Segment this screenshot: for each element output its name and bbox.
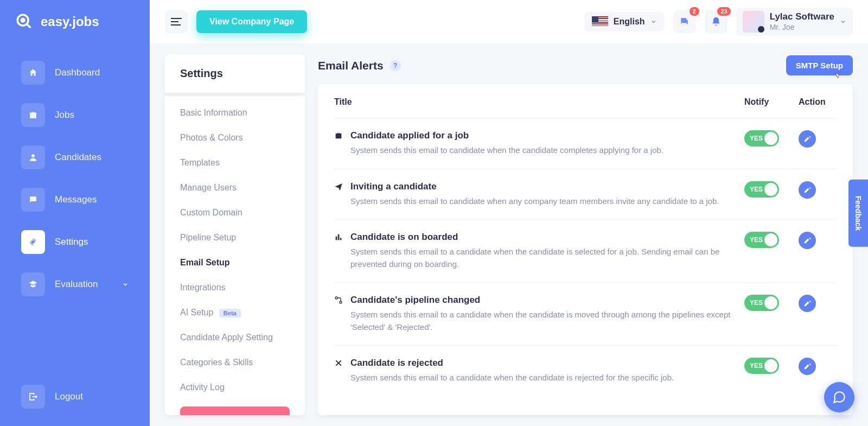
content-area: Settings Basic Information Photos & Colo… xyxy=(150,43,868,426)
chevron-down-icon xyxy=(650,18,657,25)
pencil-icon xyxy=(803,363,811,370)
logo[interactable]: easy.jobs xyxy=(14,11,136,33)
settings-item-ai-setup[interactable]: AI Setup Beta xyxy=(165,300,305,325)
briefcase-icon xyxy=(334,130,350,157)
brand-text: easy.jobs xyxy=(41,14,99,29)
settings-item-activity-log[interactable]: Activity Log xyxy=(165,375,305,400)
hamburger-icon xyxy=(171,18,182,26)
chevron-down-icon xyxy=(840,18,846,25)
svg-rect-5 xyxy=(171,21,178,22)
sidebar: easy.jobs Dashboard Jobs Candidates Mess… xyxy=(0,0,150,426)
notify-toggle[interactable]: YES xyxy=(744,181,779,198)
hamburger-button[interactable] xyxy=(165,10,188,33)
avatar xyxy=(743,11,764,33)
sidebar-item-evaluation[interactable]: Evaluation xyxy=(14,266,136,303)
edit-button[interactable] xyxy=(799,232,816,249)
alert-desc: System sends this email to candidate whe… xyxy=(350,195,733,208)
svg-rect-6 xyxy=(171,24,181,26)
smtp-button-label: SMTP Setup xyxy=(796,61,843,70)
toggle-label: YES xyxy=(744,135,763,142)
settings-item-basic-information[interactable]: Basic Information xyxy=(165,100,305,125)
sidebar-item-logout[interactable]: Logout xyxy=(14,378,136,415)
smtp-setup-button[interactable]: SMTP Setup xyxy=(786,55,853,75)
user-icon xyxy=(21,145,45,169)
sidebar-item-messages[interactable]: Messages xyxy=(14,181,136,218)
messages-button[interactable]: 2 xyxy=(673,10,696,33)
gear-icon xyxy=(21,230,45,254)
notifications-badge: 23 xyxy=(717,7,730,16)
sidebar-item-label: Settings xyxy=(55,237,88,247)
edit-button[interactable] xyxy=(799,358,816,375)
messages-badge: 2 xyxy=(690,7,699,16)
settings-item-pipeline-setup[interactable]: Pipeline Setup xyxy=(165,225,305,250)
alert-desc: System sends this email to a candidate w… xyxy=(350,309,733,333)
alert-title: Candidate is on boarded xyxy=(350,232,733,243)
pencil-icon xyxy=(803,186,811,194)
topbar: View Company Page English 2 23 Lylac Sof… xyxy=(150,0,868,43)
chevron-down-icon xyxy=(122,281,129,288)
settings-item-candidate-apply[interactable]: Candidate Apply Setting xyxy=(165,325,305,350)
logo-icon xyxy=(14,11,35,33)
sidebar-item-label: Dashboard xyxy=(55,67,100,78)
alert-desc: System sends this email to candidate whe… xyxy=(350,144,733,157)
settings-item-manage-users[interactable]: Manage Users xyxy=(165,175,305,200)
col-header-title: Title xyxy=(334,97,744,107)
svg-point-10 xyxy=(335,297,337,299)
sidebar-item-dashboard[interactable]: Dashboard xyxy=(14,54,136,91)
settings-item-email-setup[interactable]: Email Setup xyxy=(165,250,305,275)
beta-badge: Beta xyxy=(219,309,241,317)
sidebar-nav: Dashboard Jobs Candidates Messages Setti… xyxy=(14,54,136,378)
alert-title: Candidate applied for a job xyxy=(350,130,733,141)
alert-desc: System sends this email to a candidate w… xyxy=(350,372,733,384)
settings-item-photos-colors[interactable]: Photos & Colors xyxy=(165,125,305,150)
sidebar-item-candidates[interactable]: Candidates xyxy=(14,139,136,176)
view-company-button[interactable]: View Company Page xyxy=(196,10,307,33)
paper-plane-icon xyxy=(334,181,350,208)
table-header: Title Notify Action xyxy=(334,97,837,118)
svg-rect-9 xyxy=(340,238,342,240)
alert-desc: System sends this email to a candidate w… xyxy=(350,246,733,270)
svg-point-11 xyxy=(340,301,342,303)
col-header-notify: Notify xyxy=(744,97,799,107)
message-icon xyxy=(679,16,690,27)
svg-point-2 xyxy=(31,154,35,157)
language-selector[interactable]: English xyxy=(584,12,665,31)
notify-toggle[interactable]: YES xyxy=(744,232,779,248)
sidebar-item-jobs[interactable]: Jobs xyxy=(14,97,136,133)
notify-toggle[interactable]: YES xyxy=(744,295,779,311)
edit-button[interactable] xyxy=(799,181,816,199)
help-icon[interactable]: ? xyxy=(390,60,401,71)
settings-item-categories-skills[interactable]: Categories & Skills xyxy=(165,350,305,375)
notifications-button[interactable]: 23 xyxy=(705,10,727,33)
chat-icon xyxy=(21,188,45,212)
pipeline-icon xyxy=(334,295,350,333)
settings-action-button[interactable] xyxy=(180,406,290,415)
svg-rect-7 xyxy=(336,237,337,240)
settings-item-label: AI Setup xyxy=(180,308,213,317)
settings-item-custom-domain[interactable]: Custom Domain xyxy=(165,200,305,225)
feedback-tab[interactable]: Feedback xyxy=(848,179,868,247)
chart-icon xyxy=(334,232,350,270)
settings-item-templates[interactable]: Templates xyxy=(165,150,305,175)
user-menu[interactable]: Lylac Software Mr. Joe xyxy=(736,8,853,36)
alert-row: Candidate applied for a job System sends… xyxy=(334,118,837,169)
edit-button[interactable] xyxy=(799,130,816,148)
notify-toggle[interactable]: YES xyxy=(744,358,779,374)
alert-title: Candidate's pipeline changed xyxy=(350,295,733,306)
edit-button[interactable] xyxy=(799,295,816,312)
toggle-label: YES xyxy=(744,186,763,193)
sidebar-item-label: Jobs xyxy=(55,110,74,120)
notify-toggle[interactable]: YES xyxy=(744,130,779,147)
svg-point-1 xyxy=(21,18,24,22)
settings-item-integrations[interactable]: Integrations xyxy=(165,275,305,300)
chat-widget-button[interactable] xyxy=(824,382,854,412)
bell-icon xyxy=(711,16,722,27)
sidebar-item-label: Logout xyxy=(55,391,83,402)
us-flag-icon xyxy=(592,16,608,27)
toggle-label: YES xyxy=(744,236,763,244)
chat-bubble-icon xyxy=(832,390,846,404)
toggle-label: YES xyxy=(744,362,763,370)
sidebar-item-settings[interactable]: Settings xyxy=(14,224,136,260)
briefcase-icon xyxy=(21,103,45,127)
alerts-header: Email Alerts ? SMTP Setup xyxy=(318,54,853,84)
